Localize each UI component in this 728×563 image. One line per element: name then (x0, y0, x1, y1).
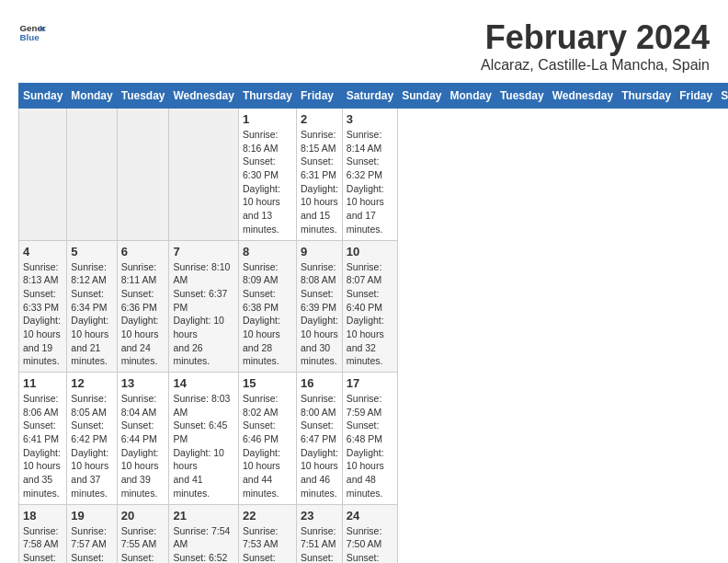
day-info: Sunrise: 8:09 AM Sunset: 6:38 PM Dayligh… (243, 260, 292, 369)
day-number: 4 (23, 245, 63, 259)
day-info: Sunrise: 8:04 AM Sunset: 6:44 PM Dayligh… (121, 392, 165, 500)
day-number: 19 (71, 509, 112, 523)
calendar-cell: 4Sunrise: 8:13 AM Sunset: 6:33 PM Daylig… (19, 240, 67, 373)
day-number: 3 (347, 112, 393, 126)
day-number: 7 (173, 245, 233, 259)
calendar-cell: 1Sunrise: 8:16 AM Sunset: 6:30 PM Daylig… (238, 109, 296, 241)
day-number: 22 (243, 509, 292, 523)
calendar-day-header: Thursday (618, 84, 676, 109)
calendar-table: SundayMondayTuesdayWednesdayThursdayFrid… (18, 83, 728, 563)
calendar-cell: 3Sunrise: 8:14 AM Sunset: 6:32 PM Daylig… (342, 109, 397, 241)
calendar-week-row: 11Sunrise: 8:06 AM Sunset: 6:41 PM Dayli… (19, 373, 729, 505)
logo-icon: General Blue (18, 18, 46, 46)
day-info: Sunrise: 8:06 AM Sunset: 6:41 PM Dayligh… (23, 392, 63, 500)
calendar-cell: 24Sunrise: 7:50 AM Sunset: 6:56 PM Dayli… (342, 504, 397, 563)
calendar-cell (67, 109, 117, 241)
calendar-cell: 18Sunrise: 7:58 AM Sunset: 6:49 PM Dayli… (19, 504, 67, 563)
calendar-cell: 8Sunrise: 8:09 AM Sunset: 6:38 PM Daylig… (238, 240, 296, 373)
logo: General Blue (18, 18, 46, 46)
calendar-cell (117, 109, 169, 241)
day-number: 21 (173, 509, 233, 523)
day-info: Sunrise: 7:50 AM Sunset: 6:56 PM Dayligh… (347, 524, 393, 564)
day-number: 18 (23, 509, 63, 523)
calendar-day-header: Friday (676, 84, 717, 109)
calendar-cell: 20Sunrise: 7:55 AM Sunset: 6:51 PM Dayli… (117, 504, 169, 563)
calendar-cell: 23Sunrise: 7:51 AM Sunset: 6:55 PM Dayli… (296, 504, 342, 563)
calendar-cell: 5Sunrise: 8:12 AM Sunset: 6:34 PM Daylig… (67, 240, 117, 373)
day-info: Sunrise: 8:08 AM Sunset: 6:39 PM Dayligh… (301, 260, 338, 369)
day-number: 9 (301, 245, 338, 259)
calendar-cell: 22Sunrise: 7:53 AM Sunset: 6:53 PM Dayli… (238, 504, 296, 563)
calendar-cell: 13Sunrise: 8:04 AM Sunset: 6:44 PM Dayli… (117, 373, 169, 505)
day-info: Sunrise: 8:15 AM Sunset: 6:31 PM Dayligh… (301, 128, 338, 236)
title-section: February 2024 Alcaraz, Castille-La Manch… (481, 18, 710, 74)
day-info: Sunrise: 7:53 AM Sunset: 6:53 PM Dayligh… (243, 524, 292, 564)
day-info: Sunrise: 7:51 AM Sunset: 6:55 PM Dayligh… (301, 524, 338, 564)
calendar-cell: 14Sunrise: 8:03 AM Sunset: 6:45 PM Dayli… (169, 373, 238, 505)
day-info: Sunrise: 8:07 AM Sunset: 6:40 PM Dayligh… (347, 260, 393, 369)
day-info: Sunrise: 8:00 AM Sunset: 6:47 PM Dayligh… (301, 392, 338, 500)
calendar-day-header: Tuesday (495, 84, 548, 109)
calendar-cell: 15Sunrise: 8:02 AM Sunset: 6:46 PM Dayli… (238, 373, 296, 505)
calendar-cell: 19Sunrise: 7:57 AM Sunset: 6:50 PM Dayli… (67, 504, 117, 563)
calendar-week-row: 18Sunrise: 7:58 AM Sunset: 6:49 PM Dayli… (19, 504, 729, 563)
calendar-day-header: Monday (67, 84, 117, 109)
calendar-day-header: Sunday (19, 84, 67, 109)
calendar-cell: 9Sunrise: 8:08 AM Sunset: 6:39 PM Daylig… (296, 240, 342, 373)
calendar-cell: 11Sunrise: 8:06 AM Sunset: 6:41 PM Dayli… (19, 373, 67, 505)
day-number: 13 (121, 376, 165, 390)
day-number: 17 (347, 376, 393, 390)
day-info: Sunrise: 8:13 AM Sunset: 6:33 PM Dayligh… (23, 260, 63, 369)
day-number: 23 (301, 509, 338, 523)
day-number: 11 (23, 376, 63, 390)
calendar-day-header: Thursday (238, 84, 296, 109)
calendar-cell: 16Sunrise: 8:00 AM Sunset: 6:47 PM Dayli… (296, 373, 342, 505)
day-number: 12 (71, 376, 112, 390)
day-number: 16 (301, 376, 338, 390)
day-number: 14 (173, 376, 233, 390)
day-info: Sunrise: 7:58 AM Sunset: 6:49 PM Dayligh… (23, 524, 63, 564)
day-info: Sunrise: 8:02 AM Sunset: 6:46 PM Dayligh… (243, 392, 292, 500)
calendar-day-header: Tuesday (117, 84, 169, 109)
day-number: 2 (301, 112, 338, 126)
calendar-day-header: Monday (446, 84, 495, 109)
day-number: 10 (347, 245, 393, 259)
day-number: 1 (243, 112, 292, 126)
calendar-cell: 2Sunrise: 8:15 AM Sunset: 6:31 PM Daylig… (296, 109, 342, 241)
page-subtitle: Alcaraz, Castille-La Mancha, Spain (481, 57, 710, 74)
calendar-day-header: Saturday (342, 84, 397, 109)
calendar-day-header: Saturday (717, 84, 728, 109)
calendar-cell: 21Sunrise: 7:54 AM Sunset: 6:52 PM Dayli… (169, 504, 238, 563)
day-info: Sunrise: 7:57 AM Sunset: 6:50 PM Dayligh… (71, 524, 112, 564)
page-title: February 2024 (481, 18, 710, 57)
day-info: Sunrise: 8:03 AM Sunset: 6:45 PM Dayligh… (173, 392, 233, 500)
day-number: 20 (121, 509, 165, 523)
day-info: Sunrise: 7:54 AM Sunset: 6:52 PM Dayligh… (173, 524, 233, 564)
calendar-day-header: Friday (296, 84, 342, 109)
calendar-week-row: 4Sunrise: 8:13 AM Sunset: 6:33 PM Daylig… (19, 240, 729, 373)
day-info: Sunrise: 7:59 AM Sunset: 6:48 PM Dayligh… (347, 392, 393, 500)
day-info: Sunrise: 8:12 AM Sunset: 6:34 PM Dayligh… (71, 260, 112, 369)
day-number: 15 (243, 376, 292, 390)
calendar-cell (169, 109, 238, 241)
day-info: Sunrise: 8:10 AM Sunset: 6:37 PM Dayligh… (173, 260, 233, 369)
calendar-cell: 10Sunrise: 8:07 AM Sunset: 6:40 PM Dayli… (342, 240, 397, 373)
day-number: 8 (243, 245, 292, 259)
day-number: 5 (71, 245, 112, 259)
calendar-cell: 7Sunrise: 8:10 AM Sunset: 6:37 PM Daylig… (169, 240, 238, 373)
day-info: Sunrise: 8:11 AM Sunset: 6:36 PM Dayligh… (121, 260, 165, 369)
day-number: 6 (121, 245, 165, 259)
calendar-header-row: SundayMondayTuesdayWednesdayThursdayFrid… (19, 84, 729, 109)
page-header: General Blue February 2024 Alcaraz, Cast… (18, 18, 710, 74)
day-number: 24 (347, 509, 393, 523)
calendar-cell: 12Sunrise: 8:05 AM Sunset: 6:42 PM Dayli… (67, 373, 117, 505)
calendar-cell: 17Sunrise: 7:59 AM Sunset: 6:48 PM Dayli… (342, 373, 397, 505)
calendar-day-header: Sunday (398, 84, 446, 109)
calendar-day-header: Wednesday (548, 84, 617, 109)
day-info: Sunrise: 7:55 AM Sunset: 6:51 PM Dayligh… (121, 524, 165, 564)
svg-text:Blue: Blue (20, 32, 40, 42)
calendar-day-header: Wednesday (169, 84, 238, 109)
day-info: Sunrise: 8:05 AM Sunset: 6:42 PM Dayligh… (71, 392, 112, 500)
day-info: Sunrise: 8:14 AM Sunset: 6:32 PM Dayligh… (347, 128, 393, 236)
day-info: Sunrise: 8:16 AM Sunset: 6:30 PM Dayligh… (243, 128, 292, 236)
